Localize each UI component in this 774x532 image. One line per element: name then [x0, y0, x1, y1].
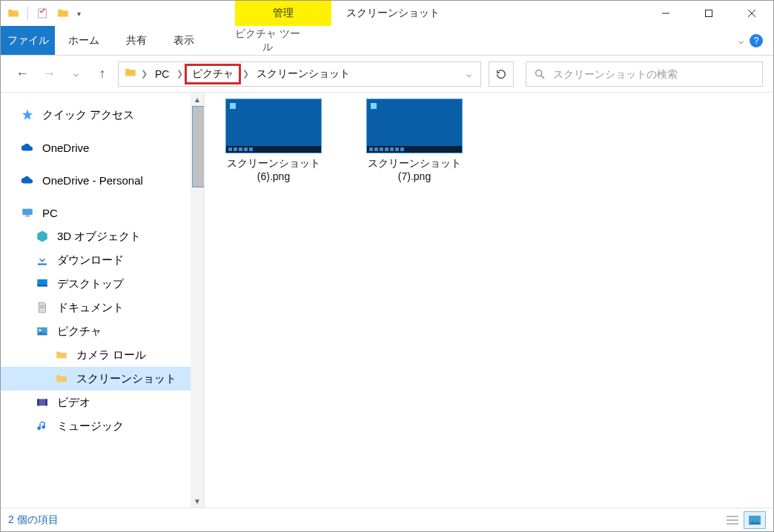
search-icon	[534, 68, 546, 80]
sidebar-music[interactable]: ミュージック	[1, 414, 204, 438]
navigation-bar: ← → ⌵ ↑ ❯ PC ❯ ピクチャ ❯ スクリーンショット ⌵	[1, 56, 773, 93]
search-input[interactable]	[553, 68, 755, 80]
sidebar-quick-access[interactable]: クイック アクセス	[1, 103, 204, 127]
star-icon	[20, 107, 35, 122]
file-name: スクリーンショット(6).png	[227, 156, 320, 183]
svg-rect-11	[37, 285, 47, 287]
breadcrumb-pictures[interactable]: ピクチャ	[186, 65, 239, 83]
scroll-up-icon[interactable]: ▲	[191, 93, 204, 106]
new-folder-icon[interactable]	[55, 5, 71, 21]
svg-point-15	[39, 329, 42, 331]
address-history-dropdown[interactable]: ⌵	[462, 69, 476, 79]
download-icon	[35, 253, 50, 267]
nav-forward-button[interactable]: →	[38, 63, 60, 85]
tab-share[interactable]: 共有	[113, 26, 160, 55]
scroll-down-icon[interactable]: ▼	[191, 494, 204, 508]
sidebar-item-label: クイック アクセス	[42, 108, 134, 122]
cloud-icon	[20, 140, 35, 155]
file-name: スクリーンショット(7).png	[368, 156, 461, 183]
close-button[interactable]	[730, 1, 773, 26]
cloud-icon	[20, 173, 35, 187]
file-item[interactable]: スクリーンショット(6).png	[218, 99, 329, 183]
sidebar-item-label: OneDrive	[42, 142, 89, 154]
title-bar: ▾ 管理 スクリーンショット	[1, 1, 773, 26]
chevron-right-icon[interactable]: ❯	[139, 69, 149, 79]
sidebar-documents[interactable]: ドキュメント	[1, 296, 204, 319]
svg-rect-8	[25, 216, 30, 217]
tab-view[interactable]: 表示	[160, 26, 208, 55]
help-icon[interactable]: ?	[750, 34, 763, 47]
sidebar-videos[interactable]: ビデオ	[1, 390, 204, 414]
sidebar-onedrive-personal[interactable]: OneDrive - Personal	[1, 168, 204, 192]
nav-back-button[interactable]: ←	[11, 63, 33, 85]
separator	[27, 7, 28, 20]
nav-recent-dropdown[interactable]: ⌵	[64, 63, 87, 85]
chevron-right-icon[interactable]: ❯	[175, 69, 185, 79]
chevron-right-icon[interactable]: ❯	[241, 69, 251, 79]
sidebar-3d-objects[interactable]: 3D オブジェクト	[1, 225, 204, 248]
sidebar-onedrive[interactable]: OneDrive	[1, 136, 204, 159]
file-item[interactable]: スクリーンショット(7).png	[359, 99, 470, 183]
properties-icon[interactable]	[34, 5, 50, 21]
sidebar-screenshots[interactable]: スクリーンショット	[1, 367, 204, 390]
sidebar-item-label: ミュージック	[57, 419, 124, 433]
qat-customize-dropdown[interactable]: ▾	[76, 10, 82, 18]
tab-picture-tools[interactable]: ピクチャ ツール	[219, 26, 316, 55]
ribbon-tabs: ファイル ホーム 共有 表示 ピクチャ ツール ⌵ ?	[1, 26, 773, 56]
navigation-pane: クイック アクセス OneDrive OneDrive - Personal P…	[1, 93, 205, 508]
breadcrumb-pc[interactable]: PC	[150, 66, 173, 82]
svg-point-5	[536, 70, 542, 76]
address-folder-icon	[123, 66, 138, 82]
minimize-button[interactable]	[644, 1, 687, 26]
sidebar-item-label: ピクチャ	[57, 325, 102, 339]
tab-home[interactable]: ホーム	[55, 26, 113, 55]
tab-file[interactable]: ファイル	[1, 26, 55, 55]
address-bar[interactable]: ❯ PC ❯ ピクチャ ❯ スクリーンショット ⌵	[118, 61, 481, 87]
sidebar-downloads[interactable]: ダウンロード	[1, 248, 204, 272]
sidebar-camera-roll[interactable]: カメラ ロール	[1, 343, 204, 367]
cube-icon	[35, 229, 50, 244]
pictures-icon	[35, 324, 50, 339]
status-bar: 2 個の項目	[1, 508, 773, 531]
sidebar-pictures[interactable]: ピクチャ	[1, 319, 204, 343]
sidebar-scrollbar[interactable]: ▲ ▼	[191, 93, 204, 508]
svg-rect-18	[46, 399, 47, 406]
svg-rect-17	[37, 399, 39, 406]
view-details-button[interactable]	[721, 511, 744, 529]
explorer-body: クイック アクセス OneDrive OneDrive - Personal P…	[1, 93, 773, 508]
window-title: スクリーンショット	[331, 1, 644, 26]
sidebar-item-label: ビデオ	[57, 396, 90, 410]
folder-icon	[54, 371, 69, 386]
refresh-button[interactable]	[489, 61, 514, 87]
maximize-button[interactable]	[687, 1, 730, 26]
folder-icon	[54, 348, 69, 362]
explorer-app-icon	[5, 5, 22, 21]
svg-line-6	[541, 76, 544, 79]
ribbon-expand-icon[interactable]: ⌵	[738, 36, 744, 46]
sidebar-item-label: スクリーンショット	[76, 372, 176, 386]
pc-icon	[20, 205, 35, 220]
file-thumbnail	[225, 99, 322, 153]
sidebar-item-label: OneDrive - Personal	[42, 174, 143, 187]
sidebar-pc[interactable]: PC	[1, 201, 204, 225]
sidebar-item-label: ドキュメント	[57, 301, 124, 315]
status-item-count: 2 個の項目	[8, 513, 59, 527]
breadcrumb-screenshots[interactable]: スクリーンショット	[252, 65, 354, 83]
view-thumbnails-button[interactable]	[744, 511, 766, 529]
file-thumbnail	[366, 99, 463, 153]
file-list-pane[interactable]: スクリーンショット(6).png スクリーンショット(7).png	[205, 93, 773, 508]
sidebar-desktop[interactable]: デスクトップ	[1, 272, 204, 296]
document-icon	[35, 300, 50, 315]
sidebar-item-label: 3D オブジェクト	[57, 230, 141, 244]
desktop-icon	[35, 276, 50, 291]
search-box[interactable]	[526, 61, 763, 87]
svg-rect-2	[706, 10, 712, 17]
nav-up-button[interactable]: ↑	[91, 63, 113, 85]
contextual-tab-header: 管理	[235, 1, 331, 26]
sidebar-item-label: PC	[42, 207, 58, 219]
scroll-thumb[interactable]	[192, 106, 205, 187]
sidebar-item-label: カメラ ロール	[76, 348, 146, 362]
sidebar-item-label: デスクトップ	[57, 277, 124, 291]
window-controls	[644, 1, 773, 26]
svg-rect-7	[22, 209, 33, 215]
